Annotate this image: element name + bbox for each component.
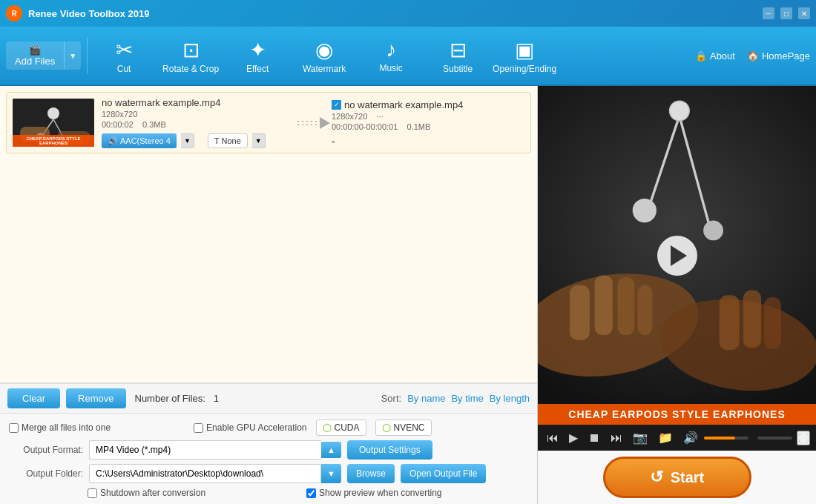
cut-button[interactable]: ✂ Cut	[91, 29, 157, 82]
watermark-button[interactable]: ◉ Watermark	[291, 29, 358, 82]
volume-bar[interactable]	[704, 437, 748, 440]
output-settings-button[interactable]: Output Settings	[347, 440, 432, 460]
watermark-icon: ◉	[315, 38, 333, 62]
svg-rect-22	[618, 277, 635, 335]
skip-forward-button[interactable]: ⏭	[608, 430, 625, 446]
sort-label: Sort:	[381, 393, 401, 404]
right-panel: CHEAP EARPODS STYLE EARPHONES ⏮ ▶ ⏹ ⏭ 📷 …	[538, 86, 816, 504]
svg-rect-25	[743, 291, 761, 348]
output-format-row: Output Format: MP4 Video (*.mp4) ▲ Outpu…	[9, 440, 528, 460]
audio-dropdown[interactable]: ▼	[181, 133, 194, 148]
source-file-info: no watermark example.mp4 1280x720 00:00:…	[102, 97, 295, 148]
table-row: CHEAP EARPODS STYLE EARPHONES no waterma…	[6, 92, 531, 153]
open-output-button[interactable]: Open Output File	[401, 464, 486, 483]
nvenc-badge[interactable]: ⬡ NVENC	[375, 420, 432, 436]
play-icon	[671, 245, 687, 266]
gpu-label[interactable]: Enable GPU Acceleration	[194, 422, 306, 433]
cuda-badge[interactable]: ⬡ CUDA	[316, 420, 366, 436]
camera-button[interactable]: 📷	[630, 429, 651, 446]
add-files-dropdown[interactable]: ▼	[64, 42, 81, 70]
merge-checkbox[interactable]	[9, 423, 19, 433]
minimize-button[interactable]: ─	[763, 7, 774, 19]
shutdown-checkbox[interactable]	[88, 488, 97, 498]
rotate-crop-button[interactable]: ⊡ Rotate & Crop	[157, 29, 224, 82]
volume-icon[interactable]: 🔊	[680, 429, 701, 446]
shutdown-label[interactable]: Shutdown after conversion	[88, 488, 205, 498]
music-button[interactable]: ♪ Music	[358, 29, 424, 82]
merge-label[interactable]: Merge all files into one	[9, 422, 111, 433]
preview-label[interactable]: Show preview when converting	[306, 488, 441, 498]
sort-controls: Sort: By name By time By length	[381, 393, 530, 404]
remove-button[interactable]: Remove	[66, 388, 125, 408]
opening-ending-icon: ▣	[515, 38, 534, 62]
play-pause-button[interactable]: ▶	[566, 429, 581, 446]
rotate-crop-label: Rotate & Crop	[162, 64, 219, 74]
about-button[interactable]: 🔒 About	[695, 50, 735, 62]
add-files-group[interactable]: 🎬 Add Files ▼	[6, 42, 81, 70]
music-label: Music	[379, 63, 402, 73]
text-dropdown[interactable]: ▼	[252, 133, 266, 148]
svg-point-17	[669, 101, 689, 121]
add-files-button[interactable]: 🎬 Add Files	[6, 42, 64, 70]
audio-button[interactable]: 🔊 AAC(Stereo 4	[102, 133, 177, 148]
toolbar: 🎬 Add Files ▼ ✂ Cut ⊡ Rotate & Crop ✦ Ef…	[0, 27, 816, 86]
add-files-icon: 🎬	[29, 44, 41, 56]
svg-rect-23	[637, 285, 652, 335]
start-area: ↺ Start	[538, 451, 816, 504]
browse-button[interactable]: Browse	[347, 464, 395, 483]
output-folder-row: Output Folder: ▼ Browse Open Output File	[9, 464, 528, 483]
file-thumbnail: CHEAP EARPODS STYLE EARPHONES	[13, 99, 94, 147]
cut-icon: ✂	[116, 38, 133, 62]
stop-button[interactable]: ⏹	[585, 430, 603, 446]
file-count-label: Number of Files: 1	[135, 393, 219, 404]
start-refresh-icon: ↺	[650, 468, 663, 487]
video-controls: ⏮ ▶ ⏹ ⏭ 📷 📁 🔊 ⛶	[538, 425, 816, 451]
convert-arrow	[295, 114, 332, 132]
about-label: About	[710, 50, 735, 62]
output-format-select[interactable]: MP4 Video (*.mp4)	[89, 440, 321, 460]
start-button[interactable]: ↺ Start	[603, 457, 751, 498]
settings-last-row: Shutdown after conversion Show preview w…	[9, 488, 528, 498]
effect-button[interactable]: ✦ Effect	[224, 29, 291, 82]
output-resolution: 1280x720 ···	[332, 112, 524, 121]
output-file-name: no watermark example.mp4	[344, 99, 463, 110]
rotate-crop-icon: ⊡	[182, 38, 200, 62]
sort-by-time[interactable]: By time	[451, 393, 483, 404]
thumb-inner: CHEAP EARPODS STYLE EARPHONES	[13, 99, 94, 147]
main-content: CHEAP EARPODS STYLE EARPHONES no waterma…	[0, 86, 816, 504]
close-button[interactable]: ✕	[798, 7, 810, 19]
subtitle-button[interactable]: ⊟ Subtitle	[424, 29, 491, 82]
output-time: 00:00:00-00:00:01 0.1MB	[332, 122, 524, 131]
output-dots: ···	[377, 112, 384, 121]
folder-button[interactable]: 📁	[655, 429, 676, 446]
opening-ending-button[interactable]: ▣ Opening/Ending	[491, 29, 558, 82]
home-icon: 🏠	[747, 50, 759, 62]
folder-input[interactable]	[89, 464, 321, 483]
text-button[interactable]: T None	[208, 133, 248, 148]
svg-rect-26	[764, 297, 781, 349]
folder-dropdown[interactable]: ▼	[321, 464, 341, 483]
source-file-name: no watermark example.mp4	[102, 97, 295, 108]
lock-icon: 🔒	[695, 50, 707, 62]
output-format-dropdown[interactable]: ▲	[321, 442, 341, 458]
subtitle-label: Subtitle	[443, 64, 473, 74]
sort-by-name[interactable]: By name	[407, 393, 445, 404]
fullscreen-button[interactable]: ⛶	[797, 431, 810, 445]
play-button[interactable]	[657, 236, 697, 276]
clear-button[interactable]: Clear	[7, 388, 60, 408]
gpu-checkbox[interactable]	[194, 423, 203, 433]
svg-rect-21	[595, 275, 613, 335]
maximize-button[interactable]: □	[780, 7, 792, 19]
sort-by-length[interactable]: By length	[490, 393, 530, 404]
output-text-placeholder: -	[332, 136, 335, 147]
preview-checkbox[interactable]	[306, 488, 316, 498]
toolbar-divider-1	[87, 37, 88, 74]
progress-bar[interactable]	[757, 437, 792, 440]
svg-point-1	[47, 107, 59, 119]
bottom-controls: Clear Remove Number of Files: 1 Sort: By…	[0, 383, 537, 413]
add-files-label: Add Files	[15, 56, 55, 67]
skip-back-button[interactable]: ⏮	[544, 430, 562, 446]
nvidia-cuda-icon: ⬡	[323, 422, 332, 434]
output-checkbox[interactable]: ✓	[332, 100, 341, 110]
homepage-button[interactable]: 🏠 HomePage	[747, 50, 810, 62]
